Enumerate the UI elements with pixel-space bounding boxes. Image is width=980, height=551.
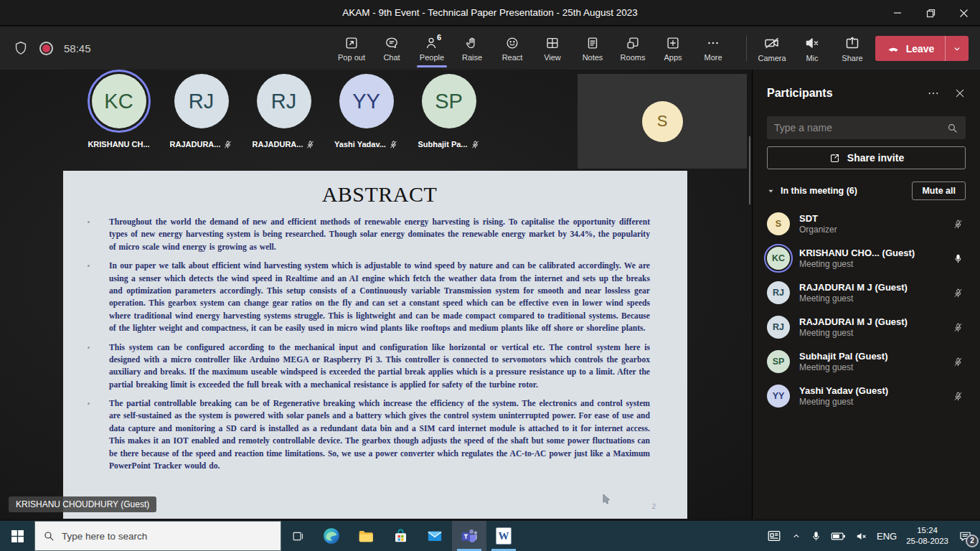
people-button[interactable]: 6 People [412,27,452,70]
chevron-down-icon[interactable] [767,187,775,195]
shield-icon [13,40,29,56]
mic-off-icon[interactable] [950,219,966,230]
mic-off-icon[interactable] [950,322,966,333]
popout-button[interactable]: Pop out [331,27,372,70]
mic-off-icon[interactable] [950,357,966,367]
mic-button[interactable]: Mic [792,27,832,70]
apps-button[interactable]: Apps [653,27,693,70]
more-button[interactable]: More [693,27,733,70]
participant-role: Meeting guest [799,328,950,338]
participants-title: Participants [767,87,927,100]
mic-on-icon[interactable] [950,253,966,264]
share-button[interactable]: Share [832,27,872,70]
taskbar-search-input[interactable] [62,531,273,542]
mic-label: Mic [806,54,818,62]
mic-off-icon[interactable] [950,391,966,402]
taskbar-store-button[interactable] [383,521,418,551]
participant-name: Yashi Yadav (Guest) [799,385,950,396]
react-button[interactable]: React [492,27,532,70]
widgets-news-icon[interactable] [766,528,782,544]
tile-name-label: Yashi Yadav... [334,140,386,149]
pop-out-icon [344,35,359,51]
document-paragraph: Throughout the world the demand of new a… [109,216,650,253]
chat-icon [384,35,400,51]
rooms-label: Rooms [621,53,646,62]
close-button[interactable] [947,0,980,26]
notes-button[interactable]: Notes [573,27,613,70]
tile-subhajit[interactable]: SP Subhajit Pa... [407,74,490,150]
restore-icon [926,9,936,18]
volume-muted-icon[interactable] [855,530,867,542]
panel-close-icon[interactable] [954,88,966,99]
tray-mic-icon[interactable] [811,531,821,542]
camera-button[interactable]: Camera [752,27,792,70]
leave-options-button[interactable] [945,36,969,61]
tile-yashi[interactable]: YY Yashi Yadav... [325,74,407,150]
taskbar-mail-button[interactable] [418,521,452,551]
view-grid-icon [545,35,560,51]
share-invite-button[interactable]: Share invite [767,146,966,169]
avatar: YY [339,74,394,128]
participant-row-sdt[interactable]: S SDT Organizer [767,207,966,241]
window-title: AKAM - 9th Event - Technical Paper Prese… [342,7,638,18]
apps-label: Apps [664,53,682,62]
clock-date: 25-08-2023 [906,536,948,547]
participant-row-subhajit[interactable]: SP Subhajit Pal (Guest) Meeting guest [767,344,966,379]
raise-hand-button[interactable]: Raise [452,27,492,70]
chevron-up-icon[interactable] [791,531,801,541]
task-view-button[interactable] [281,521,314,551]
chat-label: Chat [383,53,400,62]
taskbar-teams-button[interactable] [452,521,486,551]
participant-row-yashi[interactable]: YY Yashi Yadav (Guest) Meeting guest [767,379,966,413]
document-paragraph: This system can be configured according … [109,342,650,392]
mute-all-button[interactable]: Mute all [912,182,966,200]
tile-rajadurai-1[interactable]: RJ RAJADURA... [160,74,242,150]
popout-label: Pop out [338,53,365,62]
language-indicator[interactable]: ENG [877,531,897,542]
notification-center-button[interactable]: 2 [958,529,973,544]
tile-sdt[interactable]: S [578,74,747,169]
minimize-button[interactable] [881,0,914,26]
restore-button[interactable] [914,0,947,26]
chat-button[interactable]: Chat [372,27,412,70]
participant-search-input[interactable] [774,122,946,133]
participant-row-krishanu[interactable]: KC KRISHANU CHO... (Guest) Meeting guest [767,241,966,276]
taskbar-word-button[interactable]: W [486,521,521,551]
leave-button-main[interactable]: Leave [875,36,945,61]
mouse-cursor-icon [603,494,611,505]
chevron-down-icon [952,44,962,54]
mail-icon [425,527,444,545]
panel-more-icon[interactable] [927,87,940,100]
tile-krishanu[interactable]: KC KRISHANU CH... [77,74,160,150]
document-paragraph: The partial controllable breaking can be… [109,397,650,472]
tile-name-label: RAJADURA... [170,140,221,149]
page-number: 2 [652,501,656,510]
participant-row-rajadurai-2[interactable]: RJ RAJADURAI M J (Guest) Meeting guest [767,310,966,344]
participant-name: SDT [799,213,950,224]
section-label: In this meeting (6) [781,186,912,196]
start-button[interactable] [0,521,34,551]
phone-hangup-icon [886,42,900,56]
participant-row-rajadurai-1[interactable]: RJ RAJADURAI M J (Guest) Meeting guest [767,276,966,310]
battery-icon[interactable] [831,531,846,542]
participant-role: Organizer [799,225,950,235]
avatar: RJ [767,281,790,304]
mic-off-icon[interactable] [950,288,966,298]
clock[interactable]: 15:24 25-08-2023 [906,525,948,547]
view-button[interactable]: View [532,27,573,70]
more-dots-icon [705,35,721,51]
rooms-button[interactable]: Rooms [613,27,653,70]
participant-name: KRISHANU CHO... (Guest) [799,248,950,258]
speaker-muted-icon [804,34,821,52]
tile-rajadurai-2[interactable]: RJ RAJADURA... [242,74,325,150]
taskbar-edge-button[interactable] [314,521,349,551]
participants-panel: Participants Share invite In this meetin… [752,70,980,519]
taskbar-search[interactable] [34,521,281,551]
device-buttons: Camera Mic Share [752,27,872,70]
meeting-info: 58:45 [13,27,91,70]
stage-scrollbar[interactable] [749,136,750,204]
leave-button[interactable]: Leave [875,36,969,61]
participant-search[interactable] [767,116,966,139]
meeting-timer: 58:45 [64,42,91,55]
taskbar-file-explorer-button[interactable] [349,521,383,551]
